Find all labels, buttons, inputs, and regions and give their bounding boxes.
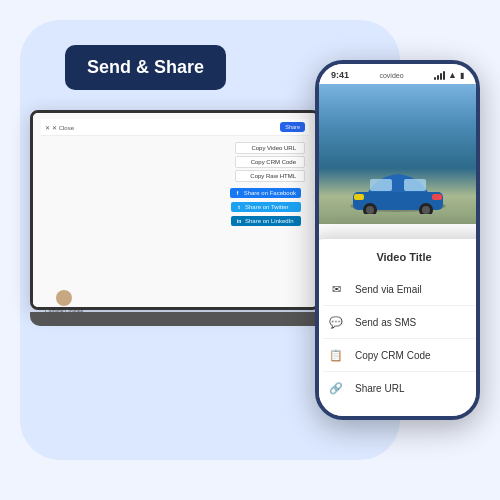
sms-icon: 💬	[327, 313, 345, 331]
svg-rect-8	[354, 194, 364, 200]
covideo-logo: covideo	[379, 72, 403, 79]
share-panel: Video Title ✉ Send via Email 💬 Send as S…	[315, 239, 480, 416]
laptop-content: ✕ ✕ Close Share Copy Video URL Copy CRM …	[33, 113, 317, 307]
phone-frame: 9:41 covideo ▲ ▮	[315, 60, 480, 420]
send-email-label: Send via Email	[355, 284, 422, 295]
laptop-device: ✕ ✕ Close Share Copy Video URL Copy CRM …	[30, 110, 340, 340]
avatar	[56, 290, 72, 306]
send-share-badge: Send & Share	[65, 45, 226, 90]
facebook-share-button[interactable]: f Share on Facebook	[230, 188, 301, 198]
share-url-label: Share URL	[355, 383, 404, 394]
wifi-icon: ▲	[448, 70, 457, 80]
user-name: Caroline Covidee Caroline Covidee	[45, 308, 83, 310]
phone-time: 9:41	[331, 70, 349, 80]
copy-crm-item[interactable]: 📋 Copy CRM Code	[323, 339, 480, 372]
list-item[interactable]: Copy CRM Code	[235, 156, 305, 168]
close-icon: ✕	[45, 124, 50, 131]
laptop-topbar: ✕ ✕ Close Share	[41, 119, 309, 136]
signal-icon	[434, 71, 445, 80]
copy-crm-label: Copy CRM Code	[355, 350, 431, 361]
battery-icon: ▮	[460, 71, 464, 80]
linkedin-icon: in	[236, 218, 242, 224]
email-icon: ✉	[327, 280, 345, 298]
linkedin-share-button[interactable]: in Share on LinkedIn	[231, 216, 301, 226]
close-label: ✕ Close	[52, 124, 74, 131]
facebook-icon: f	[235, 190, 241, 196]
phone-video-area	[319, 84, 476, 224]
facebook-label: Share on Facebook	[244, 190, 296, 196]
twitter-icon: t	[236, 204, 242, 210]
laptop-close[interactable]: ✕ ✕ Close	[45, 124, 74, 131]
send-sms-label: Send as SMS	[355, 317, 416, 328]
status-icons: ▲ ▮	[434, 70, 464, 80]
laptop-user-area: Caroline Covidee Caroline Covidee	[45, 290, 83, 310]
laptop-menu-items: Copy Video URL Copy CRM Code Copy Raw HT…	[41, 142, 309, 182]
car-image	[348, 164, 448, 214]
twitter-label: Share on Twitter	[245, 204, 289, 210]
copy-icon: 📋	[327, 346, 345, 364]
send-sms-item[interactable]: 💬 Send as SMS	[323, 306, 480, 339]
svg-point-7	[422, 206, 430, 214]
share-url-item[interactable]: 🔗 Share URL	[323, 372, 480, 404]
link-icon: 🔗	[327, 379, 345, 397]
send-email-item[interactable]: ✉ Send via Email	[323, 273, 480, 306]
social-buttons: f Share on Facebook t Share on Twitter i…	[41, 188, 309, 228]
laptop-share-button[interactable]: Share	[280, 122, 305, 132]
laptop-screen: ✕ ✕ Close Share Copy Video URL Copy CRM …	[30, 110, 320, 310]
svg-rect-3	[404, 179, 426, 191]
svg-point-5	[366, 206, 374, 214]
phone-status-bar: 9:41 covideo ▲ ▮	[319, 64, 476, 84]
twitter-share-button[interactable]: t Share on Twitter	[231, 202, 301, 212]
list-item[interactable]: Copy Raw HTML	[235, 170, 305, 182]
svg-rect-9	[432, 194, 442, 200]
panel-title: Video Title	[323, 251, 480, 263]
phone-logo: covideo	[379, 72, 403, 79]
list-item[interactable]: Copy Video URL	[235, 142, 305, 154]
phone-device: 9:41 covideo ▲ ▮	[315, 60, 480, 420]
linkedin-label: Share on LinkedIn	[245, 218, 294, 224]
svg-rect-2	[370, 179, 392, 191]
